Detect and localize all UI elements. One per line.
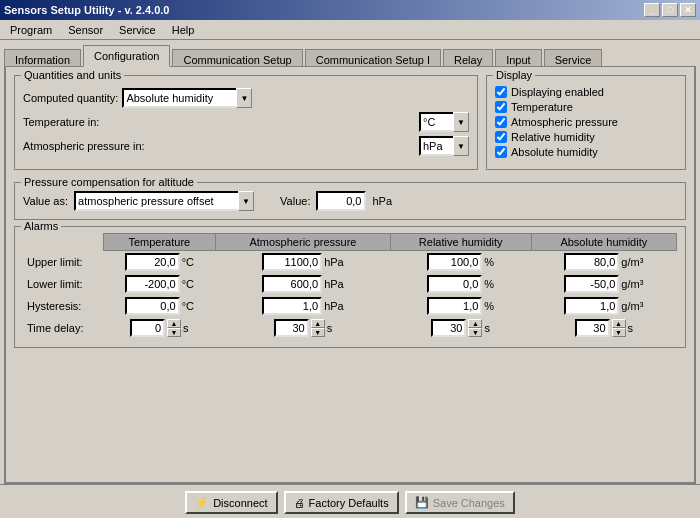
hyst-atm-unit: hPa xyxy=(324,300,344,312)
hyst-abs-input[interactable] xyxy=(564,297,619,315)
display-label-1: Temperature xyxy=(511,101,573,113)
display-checkbox-2[interactable] xyxy=(495,116,507,128)
factory-label: Factory Defaults xyxy=(309,497,389,509)
upper-rel-input[interactable] xyxy=(427,253,482,271)
upper-temp-input[interactable] xyxy=(125,253,180,271)
computed-label: Computed quantity: xyxy=(23,92,118,104)
tabs-container: Information Configuration Communication … xyxy=(0,40,700,66)
menu-sensor[interactable]: Sensor xyxy=(62,22,109,38)
display-checkbox-0[interactable] xyxy=(495,86,507,98)
save-icon: 💾 xyxy=(415,496,429,509)
hyst-atm-input[interactable] xyxy=(262,297,322,315)
disconnect-button[interactable]: ⚡ Disconnect xyxy=(185,491,277,514)
delay-abs-spinbtns[interactable]: ▲ ▼ xyxy=(612,319,626,337)
delay-rel-up[interactable]: ▲ xyxy=(468,319,482,328)
upper-abs-unit: g/m³ xyxy=(621,256,643,268)
delay-abs-up[interactable]: ▲ xyxy=(612,319,626,328)
save-label: Save Changes xyxy=(433,497,505,509)
delay-rel-input[interactable] xyxy=(431,319,466,337)
upper-limit-label: Upper limit: xyxy=(23,251,103,274)
minimize-button[interactable]: _ xyxy=(644,3,660,17)
hyst-abs-unit: g/m³ xyxy=(621,300,643,312)
factory-icon: 🖨 xyxy=(294,497,305,509)
delay-atm-down[interactable]: ▼ xyxy=(311,328,325,337)
lower-limit-label: Lower limit: xyxy=(23,273,103,295)
menu-help[interactable]: Help xyxy=(166,22,201,38)
lower-atm-input[interactable] xyxy=(262,275,322,293)
delay-atm-up[interactable]: ▲ xyxy=(311,319,325,328)
save-changes-button[interactable]: 💾 Save Changes xyxy=(405,491,515,514)
temp-select[interactable]: °C °F K xyxy=(419,112,469,132)
hysteresis-label: Hysteresis: xyxy=(23,295,103,317)
alarms-legend: Alarms xyxy=(21,220,61,232)
display-legend: Display xyxy=(493,69,535,81)
menu-service[interactable]: Service xyxy=(113,22,162,38)
computed-select[interactable]: Absolute humidity Dew point Mixing ratio xyxy=(122,88,252,108)
hyst-atm-cell: hPa xyxy=(216,295,391,317)
disconnect-label: Disconnect xyxy=(213,497,267,509)
atm-select-wrapper[interactable]: hPa mbar Pa kPa ▼ xyxy=(419,136,469,156)
lower-temp-input[interactable] xyxy=(125,275,180,293)
delay-temp-input[interactable] xyxy=(130,319,165,337)
delay-abs-spinner: ▲ ▼ xyxy=(575,319,626,337)
factory-defaults-button[interactable]: 🖨 Factory Defaults xyxy=(284,491,399,514)
bottom-bar: ⚡ Disconnect 🖨 Factory Defaults 💾 Save C… xyxy=(0,484,700,518)
pressure-value-input[interactable] xyxy=(316,191,366,211)
delay-atm-spinbtns[interactable]: ▲ ▼ xyxy=(311,319,325,337)
delay-rel-spinner: ▲ ▼ xyxy=(431,319,482,337)
display-checkbox-3[interactable] xyxy=(495,131,507,143)
upper-rel-cell: % xyxy=(390,251,531,274)
hyst-rel-cell: % xyxy=(390,295,531,317)
delay-abs-input[interactable] xyxy=(575,319,610,337)
display-label-3: Relative humidity xyxy=(511,131,595,143)
computed-select-wrapper[interactable]: Absolute humidity Dew point Mixing ratio… xyxy=(122,88,252,108)
pressure-unit: hPa xyxy=(372,195,392,207)
delay-temp-down[interactable]: ▼ xyxy=(167,328,181,337)
table-row: Hysteresis: °C hPa xyxy=(23,295,677,317)
lower-rel-input[interactable] xyxy=(427,275,482,293)
table-row: Time delay: ▲ ▼ s xyxy=(23,317,677,339)
delay-rel-spinbtns[interactable]: ▲ ▼ xyxy=(468,319,482,337)
display-checkbox-1[interactable] xyxy=(495,101,507,113)
delay-atm-input[interactable] xyxy=(274,319,309,337)
hyst-rel-input[interactable] xyxy=(427,297,482,315)
value-as-select-wrapper[interactable]: atmospheric pressure offset altitude ▼ xyxy=(74,191,254,211)
title-bar: Sensors Setup Utility - v. 2.4.0.0 _ □ ✕ xyxy=(0,0,700,20)
delay-temp-cell: ▲ ▼ s xyxy=(103,317,216,339)
temp-select-wrapper[interactable]: °C °F K ▼ xyxy=(419,112,469,132)
window-controls[interactable]: _ □ ✕ xyxy=(644,3,696,17)
upper-atm-input[interactable] xyxy=(262,253,322,271)
upper-abs-input[interactable] xyxy=(564,253,619,271)
delay-abs-down[interactable]: ▼ xyxy=(612,328,626,337)
upper-rel-unit: % xyxy=(484,256,494,268)
lower-atm-cell: hPa xyxy=(216,273,391,295)
delay-rel-unit: s xyxy=(484,322,490,334)
pressure-comp-fieldset: Pressure compensation for altitude Value… xyxy=(14,182,686,220)
lower-abs-unit: g/m³ xyxy=(621,278,643,290)
time-delay-label: Time delay: xyxy=(23,317,103,339)
computed-quantity-row: Computed quantity: Absolute humidity Dew… xyxy=(23,88,469,108)
temperature-row: Temperature in: °C °F K ▼ xyxy=(23,112,469,132)
table-row: Lower limit: °C hPa xyxy=(23,273,677,295)
delay-atm-unit: s xyxy=(327,322,333,334)
lower-abs-input[interactable] xyxy=(564,275,619,293)
delay-temp-unit: s xyxy=(183,322,189,334)
upper-abs-cell: g/m³ xyxy=(531,251,676,274)
quantities-legend: Quantities and units xyxy=(21,69,124,81)
table-row: Upper limit: °C hPa xyxy=(23,251,677,274)
delay-temp-spinbtns[interactable]: ▲ ▼ xyxy=(167,319,181,337)
tab-configuration[interactable]: Configuration xyxy=(83,45,170,67)
display-checkbox-4[interactable] xyxy=(495,146,507,158)
atm-select[interactable]: hPa mbar Pa kPa xyxy=(419,136,469,156)
hyst-temp-input[interactable] xyxy=(125,297,180,315)
menu-program[interactable]: Program xyxy=(4,22,58,38)
display-fieldset: Display Displaying enabled Temperature A… xyxy=(486,75,686,170)
lower-abs-cell: g/m³ xyxy=(531,273,676,295)
delay-rel-down[interactable]: ▼ xyxy=(468,328,482,337)
hyst-temp-unit: °C xyxy=(182,300,194,312)
value-as-select[interactable]: atmospheric pressure offset altitude xyxy=(74,191,254,211)
close-button[interactable]: ✕ xyxy=(680,3,696,17)
maximize-button[interactable]: □ xyxy=(662,3,678,17)
delay-temp-up[interactable]: ▲ xyxy=(167,319,181,328)
upper-temp-unit: °C xyxy=(182,256,194,268)
